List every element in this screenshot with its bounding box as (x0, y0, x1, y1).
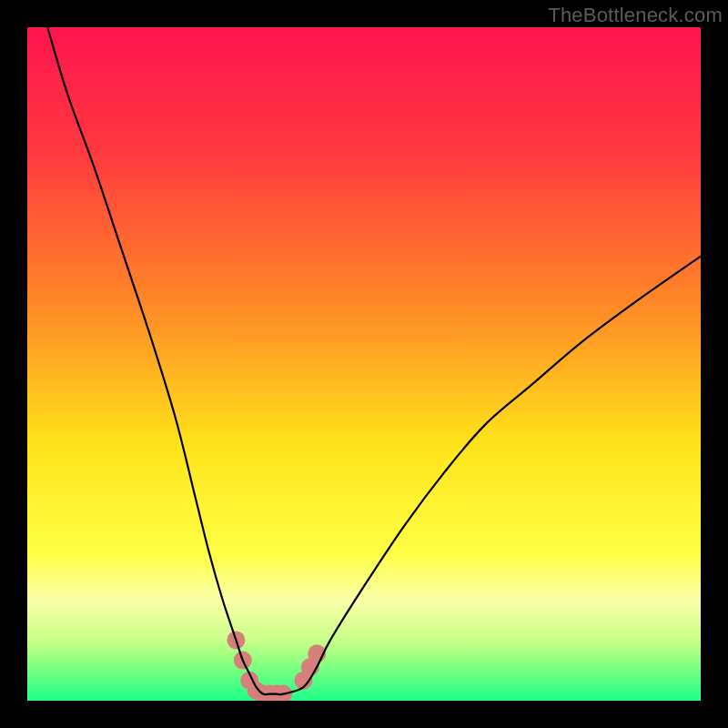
bottleneck-curve (47, 27, 701, 694)
chart-curve-layer (27, 27, 701, 701)
data-markers (227, 631, 326, 701)
plot-area (27, 27, 701, 701)
chart-frame: TheBottleneck.com (0, 0, 728, 728)
attribution-text: TheBottleneck.com (548, 4, 723, 27)
